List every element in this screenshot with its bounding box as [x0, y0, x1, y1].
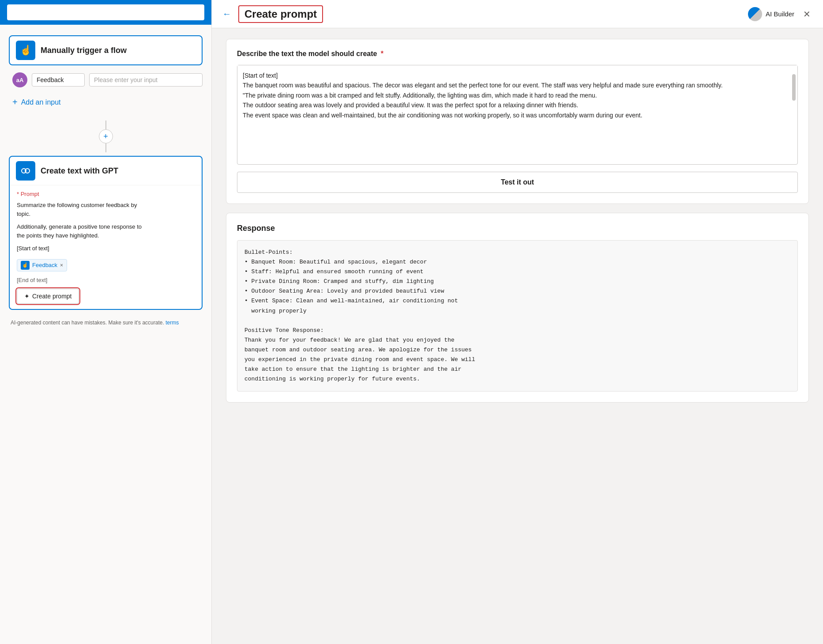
gpt-header: Create text with GPT — [10, 157, 202, 185]
connector-line-2 — [105, 143, 106, 152]
connector: + — [9, 121, 203, 152]
right-panel: ← Create prompt AI Builder ✕ Describe th… — [212, 0, 823, 644]
search-bar[interactable] — [7, 4, 204, 20]
scrollbar-handle[interactable] — [792, 74, 796, 101]
feedback-input[interactable]: Feedback — [32, 73, 85, 87]
prompt-start-text: [Start of text] — [17, 244, 195, 253]
right-content: Describe the text the model should creat… — [212, 28, 823, 644]
test-it-out-button[interactable]: Test it out — [237, 172, 798, 193]
left-content: ☝ Manually trigger a flow aA Feedback Pl… — [0, 25, 211, 644]
feedback-tag-icon: ☝ — [21, 261, 30, 270]
prompt-textarea[interactable]: [Start of text] The banquet room was bea… — [237, 65, 797, 162]
right-header: ← Create prompt AI Builder ✕ — [212, 0, 823, 28]
ai-builder-badge: AI Builder — [748, 7, 794, 21]
textarea-wrap: [Start of text] The banquet room was bea… — [237, 65, 798, 165]
left-panel: ☝ Manually trigger a flow aA Feedback Pl… — [0, 0, 212, 644]
page-title: Create prompt — [244, 8, 317, 20]
add-input-row[interactable]: + Add an input — [9, 93, 203, 112]
describe-card: Describe the text the model should creat… — [226, 39, 809, 204]
response-box: Bullet-Points: • Banquet Room: Beautiful… — [237, 240, 798, 392]
gpt-block[interactable]: Create text with GPT * Prompt Summarize … — [9, 156, 203, 310]
gpt-icon — [16, 161, 35, 181]
response-card: Response Bullet-Points: • Banquet Room: … — [226, 213, 809, 403]
gpt-body: * Prompt Summarize the following custome… — [10, 185, 202, 309]
trigger-icon: ☝ — [16, 41, 35, 60]
disclaimer: AI-generated content can have mistakes. … — [9, 319, 203, 327]
add-input-label: Add an input — [21, 98, 61, 106]
trigger-label: Manually trigger a flow — [41, 46, 127, 55]
prompt-end-text: [End of text] — [17, 277, 195, 283]
add-step-button[interactable]: + — [99, 129, 113, 143]
ai-builder-icon — [748, 7, 762, 21]
close-button[interactable]: ✕ — [801, 7, 812, 21]
prompt-text-2: Additionally, generate a positive tone r… — [17, 222, 195, 240]
avatar: aA — [12, 72, 27, 87]
left-top-bar — [0, 0, 211, 25]
feedback-tag-close-icon[interactable]: × — [60, 262, 63, 268]
input-placeholder[interactable]: Please enter your input — [89, 73, 203, 87]
response-title: Response — [237, 224, 798, 233]
input-row: aA Feedback Please enter your input — [9, 72, 203, 87]
create-prompt-button[interactable]: ✦ Create prompt — [17, 289, 79, 304]
add-input-plus-icon: + — [12, 97, 18, 107]
describe-title: Describe the text the model should creat… — [237, 50, 798, 58]
connector-line — [105, 121, 106, 129]
create-prompt-label: Create prompt — [32, 293, 71, 300]
gpt-label: Create text with GPT — [41, 166, 118, 176]
ai-builder-label: AI Builder — [766, 10, 794, 18]
sparkle-icon: ✦ — [24, 293, 30, 300]
title-box: Create prompt — [238, 5, 323, 23]
feedback-tag-label: Feedback — [32, 262, 57, 268]
feedback-tag[interactable]: ☝ Feedback × — [17, 259, 67, 271]
prompt-text-1: Summarize the following customer feedbac… — [17, 201, 195, 218]
prompt-label: * Prompt — [17, 191, 195, 197]
terms-link[interactable]: terms — [165, 320, 179, 326]
back-button[interactable]: ← — [222, 9, 231, 19]
trigger-block[interactable]: ☝ Manually trigger a flow — [9, 35, 203, 65]
required-star: * — [379, 50, 383, 57]
